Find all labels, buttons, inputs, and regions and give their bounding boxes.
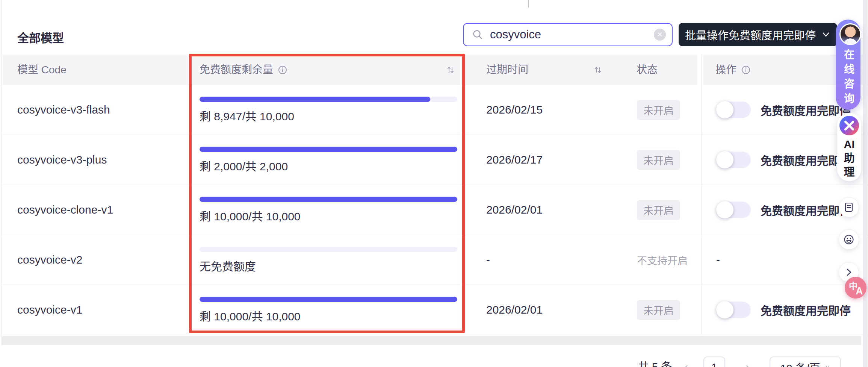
model-code: cosyvoice-clone-v1 <box>17 185 113 235</box>
quota-progress-track <box>200 297 457 302</box>
expiry-date: - <box>486 235 490 285</box>
column-header-free-quota: 免费额度剩余量 <box>200 55 287 85</box>
model-code: cosyvoice-v3-plus <box>17 135 107 185</box>
search-box[interactable]: ✕ <box>463 23 673 46</box>
ai-assistant-label: AI 助 理 <box>837 138 861 179</box>
quota-stop-toggle[interactable] <box>716 202 751 218</box>
quota-cell: 剩 2,000/共 2,000 <box>200 135 457 185</box>
quota-text: 剩 10,000/共 10,000 <box>200 207 301 224</box>
document-fab[interactable] <box>839 197 859 217</box>
status-badge: 未开启 <box>637 200 680 220</box>
quota-text: 剩 8,947/共 10,000 <box>200 107 294 124</box>
document-icon <box>843 202 854 213</box>
quota-cell: 剩 10,000/共 10,000 <box>200 185 457 235</box>
chevron-down-icon <box>821 30 831 39</box>
quota-progress-fill <box>200 97 430 102</box>
model-code: cosyvoice-v2 <box>17 235 82 285</box>
quota-text: 剩 2,000/共 2,000 <box>200 157 288 174</box>
action-label: 免费额度用完即停 <box>761 302 851 318</box>
chevron-right-icon <box>843 267 854 278</box>
toggle-knob <box>716 301 733 318</box>
ai-assistant-icon <box>839 116 859 135</box>
table-body: cosyvoice-v3-flash 剩 8,947/共 10,000 2026… <box>2 85 868 335</box>
pagination-prev-icon[interactable]: ‹ <box>684 356 688 367</box>
toggle-knob <box>716 151 733 168</box>
pagination-page-1[interactable]: 1 <box>703 356 725 367</box>
quota-progress-fill <box>200 147 457 152</box>
bulk-action-label: 批量操作免费额度用完即停 <box>685 27 816 42</box>
sort-icon-expiry[interactable] <box>593 55 603 85</box>
page-title: 全部模型 <box>17 29 64 45</box>
expiry-date: 2026/02/15 <box>486 85 543 135</box>
bulk-action-button[interactable]: 批量操作免费额度用完即停 <box>679 23 837 46</box>
table-row: cosyvoice-v3-flash 剩 8,947/共 10,000 2026… <box>2 85 868 135</box>
expiry-date: 2026/02/17 <box>486 135 543 185</box>
action-label: - <box>716 253 720 266</box>
quota-stop-toggle[interactable] <box>716 152 751 168</box>
expiry-date: 2026/02/01 <box>486 185 543 235</box>
quota-progress-fill <box>200 297 457 302</box>
translate-en-glyph: A <box>856 285 863 297</box>
vertical-scrollbar[interactable] <box>863 0 868 367</box>
search-input[interactable] <box>489 27 654 42</box>
info-icon[interactable] <box>278 65 287 75</box>
quota-progress-track <box>200 97 457 102</box>
quota-cell: 无免费额度 <box>200 235 457 285</box>
pagination-next-icon[interactable]: › <box>746 356 750 367</box>
quota-progress-track <box>200 147 457 152</box>
toggle-knob <box>716 101 733 118</box>
page-size-select[interactable]: 10 条/页 ∨ <box>770 356 841 367</box>
info-icon[interactable] <box>741 65 751 75</box>
table-row: cosyvoice-clone-v1 剩 10,000/共 10,000 202… <box>2 185 868 235</box>
pagination-total: 共 5 条 <box>638 356 672 367</box>
action-label: 免费额度用完即停 <box>761 202 851 218</box>
status-badge: 未开启 <box>637 150 680 170</box>
horizontal-scrollbar-track <box>2 336 861 345</box>
column-header-status: 状态 <box>637 55 658 85</box>
feedback-fab[interactable] <box>839 229 859 250</box>
quota-cell: 剩 8,947/共 10,000 <box>200 85 457 135</box>
table-row: cosyvoice-v3-plus 剩 2,000/共 2,000 2026/0… <box>2 135 868 185</box>
column-header-expiry: 过期时间 <box>486 55 528 85</box>
clear-search-icon[interactable]: ✕ <box>654 29 666 41</box>
top-divider-tick <box>528 0 529 8</box>
column-header-action: 操作 <box>715 55 751 85</box>
search-icon <box>472 29 483 40</box>
action-label: 免费额度用完即停 <box>761 102 851 118</box>
user-avatar[interactable] <box>839 23 861 45</box>
table-row: cosyvoice-v2 无免费额度 - 不支持开启 - <box>2 235 868 285</box>
quota-progress-track <box>200 197 457 202</box>
quota-stop-toggle[interactable] <box>716 102 751 118</box>
table-row: cosyvoice-v1 剩 10,000/共 10,000 2026/02/0… <box>2 285 868 335</box>
online-consult-label: 在线咨询 <box>841 49 856 108</box>
status-badge: 未开启 <box>637 100 680 120</box>
status-badge: 不支持开启 <box>637 253 688 267</box>
chevron-down-icon: ∨ <box>825 363 830 367</box>
smiley-icon <box>843 234 855 246</box>
sort-icon-free-quota[interactable] <box>446 55 455 85</box>
fixed-column-divider <box>701 55 702 335</box>
column-header-model-code: 模型 Code <box>17 55 67 85</box>
model-code: cosyvoice-v1 <box>17 285 82 335</box>
quota-text: 剩 10,000/共 10,000 <box>200 307 301 324</box>
quota-cell: 剩 10,000/共 10,000 <box>200 285 457 335</box>
ai-assistant-widget[interactable]: AI 助 理 <box>837 113 861 181</box>
translate-fab[interactable]: 中 A <box>845 277 866 299</box>
quota-stop-toggle[interactable] <box>716 302 751 318</box>
quota-progress-fill <box>200 197 457 202</box>
page-size-label: 10 条/页 <box>780 359 820 367</box>
toggle-knob <box>716 201 733 218</box>
model-code: cosyvoice-v3-flash <box>17 85 110 135</box>
expiry-date: 2026/02/01 <box>486 285 543 335</box>
status-badge: 未开启 <box>637 300 680 320</box>
quota-text: 无免费额度 <box>200 257 256 274</box>
quota-progress-track <box>200 247 457 252</box>
